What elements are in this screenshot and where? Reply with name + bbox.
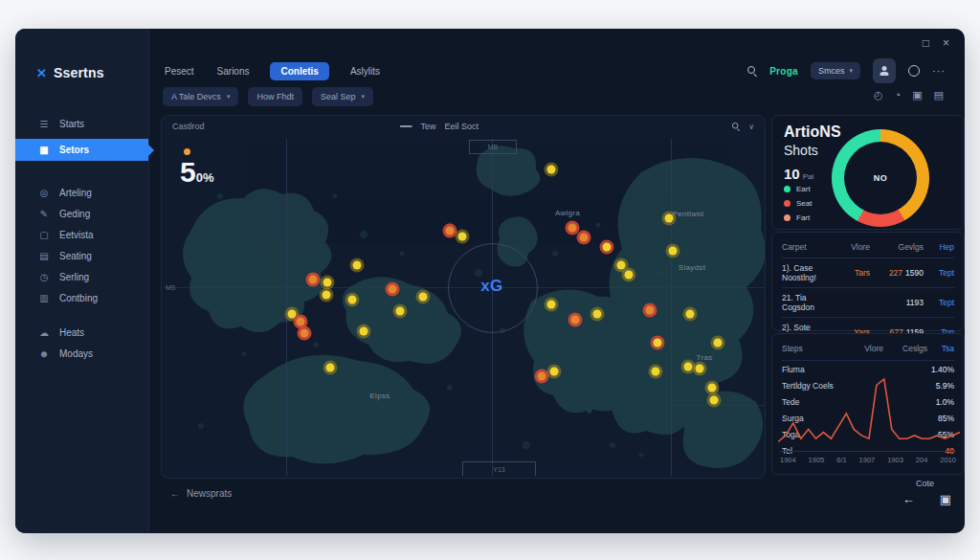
sidebar-item-geding[interactable]: ✎Geding bbox=[15, 203, 148, 224]
shot-marker[interactable] bbox=[684, 363, 693, 371]
sidebar-item-setors[interactable]: ▦Setors bbox=[15, 139, 148, 161]
sidebar-item-contbing[interactable]: ▥Contbing bbox=[15, 287, 148, 308]
sidebar-item-seating[interactable]: ▤Seating bbox=[15, 245, 148, 266]
avatar[interactable] bbox=[873, 58, 896, 83]
note-icon[interactable]: ▤ bbox=[934, 89, 944, 101]
shot-marker[interactable] bbox=[652, 368, 660, 376]
sidebar-item-heats[interactable]: ☁Heats bbox=[15, 322, 148, 343]
shot-marker[interactable] bbox=[326, 364, 335, 372]
stats-row-name: Tede bbox=[782, 397, 868, 407]
sidebar-item-arteling[interactable]: ◎Arteling bbox=[15, 182, 148, 203]
shot-marker[interactable] bbox=[547, 301, 556, 309]
shot-marker[interactable] bbox=[696, 365, 704, 373]
shot-marker[interactable] bbox=[550, 368, 559, 376]
shot-marker[interactable] bbox=[446, 227, 455, 235]
sidebar: ✕ Ssertns ☰Starts▦Setors◎Arteling✎Geding… bbox=[15, 29, 149, 533]
shot-marker[interactable] bbox=[669, 247, 678, 256]
shots-summary-card: ArtioNS Shots 10Pal NO EartSeatFart bbox=[771, 115, 965, 230]
search-icon[interactable] bbox=[732, 123, 740, 130]
shot-marker[interactable] bbox=[580, 234, 589, 242]
app-window: □ × ✕ Ssertns ☰Starts▦Setors◎Arteling✎Ge… bbox=[15, 29, 965, 533]
shot-marker[interactable] bbox=[568, 224, 577, 233]
tab-aslylits[interactable]: Aslylits bbox=[348, 62, 382, 80]
filter-chip-a-tale-devcs[interactable]: A Tale Devcs▾ bbox=[163, 87, 238, 106]
pencil-icon: ✎ bbox=[38, 209, 50, 219]
sidebar-item-serling[interactable]: ◷Serling bbox=[15, 266, 148, 287]
shot-marker[interactable] bbox=[708, 384, 717, 392]
shot-marker[interactable] bbox=[323, 279, 332, 287]
row-gevlgs: 1193 bbox=[870, 298, 924, 307]
brand-label[interactable]: Proga bbox=[769, 66, 798, 77]
shot-marker[interactable] bbox=[389, 285, 397, 294]
sidebar-item-label: Starts bbox=[59, 119, 84, 129]
x-tick-label: 204 bbox=[916, 456, 928, 464]
stats-row: Tertldgy Coels5.9% bbox=[782, 377, 954, 393]
tab-conletis[interactable]: Conletis bbox=[270, 62, 328, 80]
shot-marker[interactable] bbox=[360, 327, 368, 336]
donut-hole: NO bbox=[844, 142, 917, 214]
shot-marker[interactable] bbox=[646, 306, 655, 315]
shot-marker[interactable] bbox=[538, 372, 546, 381]
chip-label: Seal Sep bbox=[321, 92, 356, 101]
sidebar-item-eetvista[interactable]: ▢Eetvista bbox=[15, 224, 148, 245]
shot-marker[interactable] bbox=[593, 310, 602, 319]
stats-row-name: Surga bbox=[782, 414, 868, 423]
sidebar-item-starts[interactable]: ☰Starts bbox=[15, 113, 148, 134]
arrow-left-icon[interactable]: ← bbox=[902, 492, 915, 506]
row-link[interactable]: Tept bbox=[924, 298, 954, 307]
shot-marker[interactable] bbox=[458, 233, 467, 241]
back-link[interactable]: ← Newsprats bbox=[170, 488, 232, 499]
logo-text: Ssertns bbox=[54, 65, 104, 80]
shot-marker[interactable] bbox=[617, 261, 626, 270]
sidebar-nav: ☰Starts▦Setors◎Arteling✎Geding▢Eetvista▤… bbox=[15, 113, 148, 364]
shot-marker[interactable] bbox=[396, 307, 405, 316]
map-label-elpss: Elpss bbox=[369, 392, 390, 400]
shot-marker[interactable] bbox=[547, 166, 556, 174]
shot-marker[interactable] bbox=[323, 291, 331, 300]
chevron-down-icon[interactable]: ∨ bbox=[748, 123, 754, 131]
map-label-slaydst: Slaydst bbox=[679, 263, 705, 272]
shot-marker[interactable] bbox=[348, 296, 357, 304]
shot-marker[interactable] bbox=[603, 243, 612, 252]
search-icon[interactable] bbox=[747, 66, 757, 76]
shot-marker[interactable] bbox=[654, 339, 662, 347]
sidebar-item-label: Setors bbox=[59, 145, 89, 155]
shot-map-card: Castlrod TewEeil Soct ∨ bbox=[161, 115, 766, 479]
summary-value: 10Pal bbox=[784, 166, 813, 182]
window-close-icon[interactable]: × bbox=[943, 36, 949, 50]
row-val2: 1193 bbox=[906, 298, 924, 307]
legend-swatch bbox=[784, 186, 791, 192]
gauge-icon[interactable]: ◔ bbox=[895, 89, 902, 101]
tab-sarions[interactable]: Sarions bbox=[215, 62, 252, 80]
shot-marker[interactable] bbox=[419, 293, 428, 302]
row-link[interactable]: Tept bbox=[924, 268, 954, 278]
x-tick-label: 1907 bbox=[859, 456, 876, 464]
clock-icon: ◷ bbox=[38, 272, 50, 282]
shot-marker[interactable] bbox=[686, 310, 695, 319]
shot-marker[interactable] bbox=[297, 318, 305, 326]
table-view-icon[interactable]: ▣ bbox=[940, 492, 951, 506]
shot-marker[interactable] bbox=[353, 261, 362, 270]
shot-marker[interactable] bbox=[309, 276, 318, 284]
shot-marker[interactable] bbox=[714, 339, 723, 347]
lock-icon[interactable]: ▣ bbox=[912, 89, 922, 101]
shot-marker[interactable] bbox=[301, 329, 309, 338]
header-cell: Carpet bbox=[782, 242, 834, 252]
clock-icon[interactable]: ◴ bbox=[874, 89, 883, 101]
sidebar-item-modays[interactable]: ☻Modays bbox=[15, 343, 148, 364]
more-menu-icon[interactable]: ··· bbox=[932, 65, 946, 77]
tab-pesect[interactable]: Pesect bbox=[163, 62, 196, 80]
scope-dropdown[interactable]: Smces ▾ bbox=[811, 62, 860, 79]
pitch-box-y13: Y13 bbox=[462, 461, 536, 476]
filter-chip-seal-sep[interactable]: Seal Sep▾ bbox=[312, 87, 373, 106]
stats-row-name: Tertldgy Coels bbox=[782, 381, 868, 391]
shot-marker[interactable] bbox=[288, 310, 297, 319]
notification-ring-icon[interactable] bbox=[908, 65, 920, 77]
shot-marker[interactable] bbox=[710, 396, 719, 405]
shot-map-legend: TewEeil Soct bbox=[400, 116, 479, 137]
window-expand-icon[interactable]: □ bbox=[923, 36, 929, 50]
shot-marker[interactable] bbox=[625, 271, 634, 280]
stat-value: 5 bbox=[180, 158, 196, 187]
shot-marker[interactable] bbox=[571, 316, 580, 325]
filter-chip-how-fhdt[interactable]: How Fhdt bbox=[248, 87, 302, 106]
